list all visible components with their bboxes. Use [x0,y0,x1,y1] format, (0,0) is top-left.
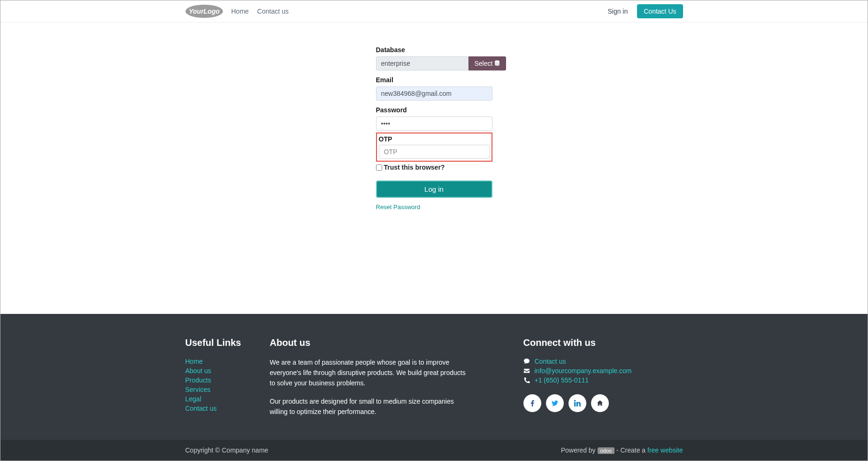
email-field[interactable] [376,86,492,101]
password-field[interactable] [376,117,492,131]
footer-link-home[interactable]: Home [185,358,203,365]
connect-email-link[interactable]: info@yourcompany.example.com [535,367,632,375]
about-paragraph-2: Our products are designed for small to m… [270,397,472,417]
reset-password-link[interactable]: Reset Password [376,203,421,211]
nav-contact[interactable]: Contact us [257,8,289,15]
contact-us-button[interactable]: Contact Us [637,4,683,18]
powered-by: Powered by odoo - Create a free website [561,446,683,454]
footer-link-contact[interactable]: Contact us [185,405,217,412]
select-label: Select [475,60,493,67]
chat-icon [523,358,530,365]
database-input [376,56,469,70]
free-website-link[interactable]: free website [647,446,683,454]
envelope-icon [523,367,530,374]
footer-link-about[interactable]: About us [185,367,211,375]
connect-phone-link[interactable]: +1 (650) 555-0111 [535,376,589,384]
connect-heading: Connect with us [523,337,683,348]
navbar: YourLogo Home Contact us Sign in Contact… [0,0,868,23]
subfooter: Copyright © Company name Powered by odoo… [0,440,868,461]
select-database-button[interactable]: Select [469,56,507,70]
svg-point-2 [495,60,499,62]
home-icon[interactable] [591,394,609,412]
facebook-icon[interactable] [523,394,541,412]
otp-label: OTP [379,135,490,143]
nav-signin[interactable]: Sign in [607,8,628,15]
about-paragraph-1: We are a team of passionate people whose… [270,358,472,388]
otp-group: OTP [376,133,492,162]
trust-browser-checkbox[interactable] [376,164,382,171]
connect-contact-link[interactable]: Contact us [535,358,566,365]
database-label: Database [376,46,492,54]
svg-text:YourLogo: YourLogo [189,8,220,15]
footer-link-services[interactable]: Services [185,386,211,393]
password-label: Password [376,106,492,114]
copyright-text: Copyright © Company name [185,446,269,454]
footer: Useful Links Home About us Products Serv… [0,314,868,439]
login-button[interactable]: Log in [376,180,492,198]
useful-links-list: Home About us Products Services Legal Co… [185,358,270,412]
logo[interactable]: YourLogo [185,5,223,18]
footer-link-products[interactable]: Products [185,376,211,384]
email-label: Email [376,76,492,84]
trust-browser-label: Trust this browser? [384,164,445,171]
otp-field[interactable] [379,145,490,159]
phone-icon [523,377,530,383]
about-us-heading: About us [270,337,523,348]
nav-home[interactable]: Home [231,8,249,15]
login-form: Database Select [376,46,492,211]
database-icon [494,60,500,67]
odoo-badge[interactable]: odoo [598,447,615,454]
linkedin-icon[interactable] [568,394,586,412]
footer-link-legal[interactable]: Legal [185,395,201,403]
useful-links-heading: Useful Links [185,337,270,348]
main-content: Database Select [0,23,868,314]
twitter-icon[interactable] [546,394,564,412]
